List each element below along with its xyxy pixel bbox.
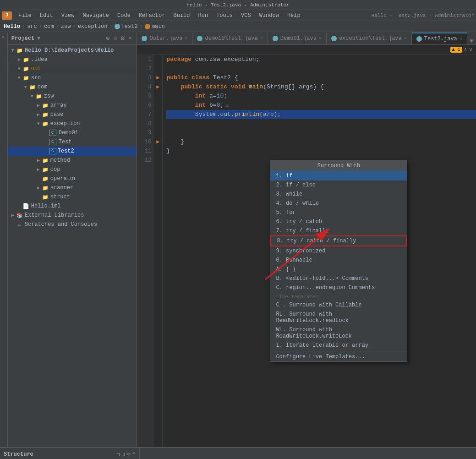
- demo01-label: Demo01: [59, 130, 78, 136]
- tree-com[interactable]: ▼ 📁 com: [8, 82, 137, 92]
- code-editor[interactable]: 1 2 3 4 5 6 7 8 9 10 11 12 ▶ ▶: [137, 55, 476, 447]
- tree-scratches[interactable]: ✏ Scratches and Consoles: [8, 220, 137, 229]
- structure-panel: Structure ⇅ ⇵ ⚙ × ↕ ↕ ⊕ » ▼: [0, 448, 140, 459]
- popup-item-callable[interactable]: C . Surround with Callable: [270, 301, 407, 310]
- menu-navigate[interactable]: Navigate: [79, 11, 113, 20]
- panel-header: Project ▼ ⊕ ≡ ⚙ ×: [8, 32, 137, 45]
- menu-code[interactable]: Code: [114, 11, 134, 20]
- tab-outer-java[interactable]: Outer.java ×: [137, 33, 192, 44]
- tree-out[interactable]: ▼ 📁 out: [8, 64, 137, 73]
- tree-zsw[interactable]: ▼ 📁 zsw: [8, 92, 137, 101]
- popup-item-braces[interactable]: A. { }: [270, 265, 407, 274]
- popup-item-writelock[interactable]: WL. Surround with ReadWriteLock.writeLoc…: [270, 325, 407, 341]
- popup-item-if[interactable]: 1. if: [270, 171, 407, 180]
- tree-src[interactable]: ▼ 📁 src: [8, 73, 137, 82]
- tree-base[interactable]: ▶ 📁 base: [8, 110, 137, 119]
- outer-tab-close[interactable]: ×: [185, 36, 187, 41]
- fold-arrow-3[interactable]: ▶: [153, 73, 162, 82]
- src-label: src: [31, 75, 41, 81]
- breadcrumb-hello[interactable]: Hello: [4, 23, 20, 30]
- popup-item-if-else[interactable]: 2. if / else: [270, 180, 407, 190]
- menu-vcs[interactable]: VCS: [237, 11, 255, 20]
- tab-test2[interactable]: Test2.java ×: [412, 33, 467, 44]
- breadcrumb-test2[interactable]: Test2: [115, 23, 138, 30]
- gutter: ▶ ▶ ▶: [153, 55, 163, 447]
- demo01-tab-close[interactable]: ×: [319, 36, 322, 41]
- menu-window[interactable]: Window: [256, 11, 283, 20]
- tab-more[interactable]: ▼: [467, 38, 476, 44]
- demo10-tab-close[interactable]: ×: [260, 36, 263, 41]
- panel-tool-collapse[interactable]: ≡: [112, 35, 118, 42]
- tree-demo01[interactable]: C Demo01: [8, 128, 137, 137]
- tree-struct[interactable]: 📁 struct: [8, 192, 137, 202]
- fold-arrow-10[interactable]: ▶: [153, 137, 162, 147]
- popup-item-editor-fold[interactable]: B. <editor-fold...> Comments: [270, 274, 407, 283]
- tree-hello-iml[interactable]: 📄 Hello.iml: [8, 202, 137, 211]
- tab-demo10-test[interactable]: demo10\Test.java ×: [192, 33, 268, 44]
- menu-view[interactable]: View: [58, 11, 78, 20]
- tree-test[interactable]: C Test: [8, 137, 137, 147]
- menu-tools[interactable]: Tools: [213, 11, 236, 20]
- popup-item-do-while[interactable]: 4. do / while: [270, 199, 407, 208]
- menu-build[interactable]: Build: [170, 11, 193, 20]
- code-line-1: package com.zsw.exception;: [166, 55, 476, 64]
- breadcrumb-com[interactable]: com: [44, 23, 54, 30]
- panel-tool-settings[interactable]: ⚙: [120, 34, 126, 42]
- tree-idea[interactable]: ▶ 📁 .idea: [8, 55, 137, 64]
- structure-header: Structure ⇅ ⇵ ⚙ ×: [0, 448, 139, 459]
- popup-item-synchronized[interactable]: 9. synchronized: [270, 246, 407, 256]
- tab-demo01[interactable]: Demo01.java ×: [268, 33, 327, 44]
- popup-item-for[interactable]: 5. for: [270, 208, 407, 217]
- warning-badge: ▲ 1: [450, 47, 462, 53]
- tree-oop[interactable]: ▶ 📁 oop: [8, 165, 137, 174]
- popup-item-try-catch-finally[interactable]: 8. try / catch / finally: [270, 235, 407, 246]
- menu-edit[interactable]: Edit: [36, 11, 57, 20]
- tree-exception[interactable]: ▼ 📁 exception: [8, 119, 137, 128]
- title-text: Hello - Test2.java - Administrator: [186, 2, 289, 8]
- tab-exception-test[interactable]: exception\Test.java ×: [327, 33, 412, 44]
- editor-header: ▲ 1 ∧ ∨: [137, 45, 476, 55]
- demo01-tab-label: Demo01.java: [280, 35, 317, 42]
- popup-item-while[interactable]: 3. while: [270, 190, 407, 199]
- popup-item-runnable[interactable]: 0. Runnable: [270, 256, 407, 265]
- tree-external-libs[interactable]: ▶ 📚 External Libraries: [8, 211, 137, 220]
- panel-tool-locate[interactable]: ⊕: [105, 34, 110, 42]
- test2-tab-close[interactable]: ×: [460, 37, 462, 42]
- menu-run[interactable]: Run: [194, 11, 212, 20]
- tree-hello-root[interactable]: ▼ 📁 Hello D:\IdeaProjects\Hello: [8, 46, 137, 55]
- test-label: Test: [59, 139, 72, 145]
- structure-sort-alpha[interactable]: ⇅: [117, 451, 120, 458]
- popup-item-try-catch[interactable]: 6. try / catch: [270, 217, 407, 226]
- bottom-main-empty: [140, 448, 476, 459]
- tree-operator[interactable]: 📁 operator: [8, 174, 137, 183]
- tree-test2[interactable]: C Test2: [8, 147, 137, 156]
- warning-nav-up[interactable]: ∧: [464, 46, 467, 53]
- tree-array[interactable]: ▶ 📁 array: [8, 101, 137, 110]
- idea-folder-icon: 📁: [22, 56, 30, 63]
- warning-nav-down[interactable]: ∨: [469, 46, 472, 53]
- popup-item-region[interactable]: C. region...endregion Comments: [270, 283, 407, 292]
- menu-refactor[interactable]: Refactor: [135, 11, 169, 20]
- popup-item-readlock[interactable]: RL. Surround with ReadWriteLock.readLock: [270, 310, 407, 325]
- breadcrumb-src[interactable]: src: [27, 23, 37, 30]
- tree-method[interactable]: ▶ 📁 method: [8, 156, 137, 165]
- popup-key-1: 1. if: [276, 173, 292, 179]
- menu-file[interactable]: File: [15, 11, 35, 20]
- popup-item-try-finally[interactable]: 7. try / finally: [270, 226, 407, 235]
- structure-close[interactable]: ×: [132, 451, 136, 458]
- breadcrumb-exception[interactable]: exception: [78, 23, 108, 30]
- popup-item-iterate[interactable]: I. Iterate Iterable or array: [270, 341, 407, 350]
- popup-configure-templates[interactable]: Configure Live Templates...: [270, 352, 407, 361]
- structure-settings[interactable]: ⚙: [127, 451, 131, 458]
- breadcrumb-main[interactable]: main: [145, 23, 165, 30]
- exception-tab-close[interactable]: ×: [404, 36, 407, 41]
- menu-help[interactable]: Help: [284, 11, 304, 20]
- dropdown-arrow[interactable]: ▼: [37, 36, 40, 41]
- breadcrumb-zsw[interactable]: zsw: [61, 23, 71, 30]
- structure-sort-type[interactable]: ⇵: [122, 451, 125, 458]
- project-side-tab[interactable]: P: [1, 34, 6, 40]
- fold-arrow-4[interactable]: ▶: [153, 82, 162, 92]
- code-line-8: [166, 119, 476, 128]
- panel-tool-close[interactable]: ×: [127, 35, 133, 42]
- tree-scanner[interactable]: ▶ 📁 scanner: [8, 183, 137, 192]
